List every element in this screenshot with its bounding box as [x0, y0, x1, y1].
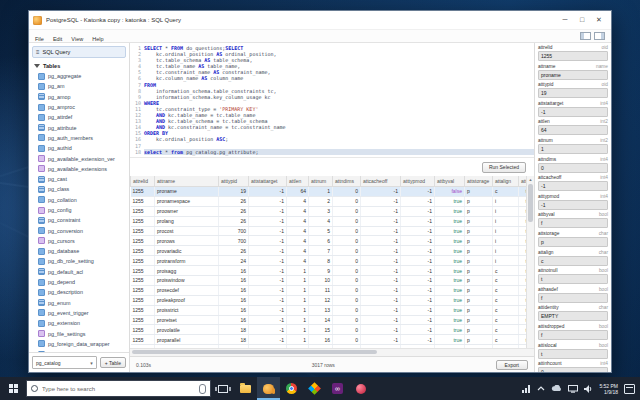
cell-attcacheoff[interactable]: -1: [361, 266, 401, 276]
sidebar-item-pg_constraint[interactable]: pg_constraint: [38, 215, 129, 225]
field-value-input[interactable]: -1: [538, 107, 608, 117]
cell-attrelid[interactable]: 1255: [131, 266, 155, 276]
sidebar-item-pg_depend[interactable]: pg_depend: [38, 277, 129, 287]
cell-attname[interactable]: provariadic: [155, 246, 219, 256]
photos-app-button[interactable]: [303, 377, 326, 400]
cell-attcacheoff[interactable]: -1: [361, 325, 401, 335]
field-value-input[interactable]: 0: [538, 163, 608, 173]
cell-attbyval[interactable]: true: [435, 226, 465, 236]
sidebar-item-pg_aggregate[interactable]: pg_aggregate: [38, 71, 129, 81]
cell-attnum[interactable]: 11: [309, 285, 333, 295]
field-value-input[interactable]: p: [538, 237, 608, 247]
toggle-left-panel-icon[interactable]: [580, 32, 591, 40]
cell-atttypid[interactable]: 24: [219, 256, 249, 266]
cell-attcacheoff[interactable]: -1: [361, 295, 401, 305]
cell-attlen[interactable]: 4: [287, 216, 309, 226]
sidebar-item-pg_description[interactable]: pg_description: [38, 287, 129, 297]
cell-atttypmod[interactable]: -1: [401, 187, 435, 197]
cell-attndims[interactable]: 0: [333, 246, 361, 256]
field-value-input[interactable]: c: [538, 256, 608, 266]
cell-attrelid[interactable]: 1255: [131, 236, 155, 246]
cell-attbyval[interactable]: true: [435, 295, 465, 305]
cell-attlen[interactable]: 4: [287, 246, 309, 256]
cell-atttypid[interactable]: 26: [219, 196, 249, 206]
cell-attalign[interactable]: c: [493, 335, 519, 345]
cell-attstorage[interactable]: p: [465, 226, 493, 236]
scrollbar-thumb[interactable]: [132, 350, 377, 354]
sidebar-item-pg_attribute[interactable]: pg_attribute: [38, 122, 129, 132]
cell-attalign[interactable]: c: [493, 295, 519, 305]
cell-attcacheoff[interactable]: -1: [361, 236, 401, 246]
field-value-input[interactable]: f: [538, 330, 608, 340]
cell-attbyval[interactable]: true: [435, 246, 465, 256]
cell-attndims[interactable]: 0: [333, 196, 361, 206]
cell-attnotnull[interactable]: true: [519, 196, 527, 206]
column-header-atttypid[interactable]: atttypid: [219, 176, 249, 187]
cell-attnotnull[interactable]: true: [519, 216, 527, 226]
display-icon[interactable]: [568, 385, 578, 393]
cell-attbyval[interactable]: true: [435, 276, 465, 286]
cell-attlen[interactable]: 1: [287, 295, 309, 305]
cell-attstattarget[interactable]: -1: [249, 285, 287, 295]
cell-attlen[interactable]: 1: [287, 325, 309, 335]
cell-attnum[interactable]: 5: [309, 226, 333, 236]
sidebar-item-pg_cursors[interactable]: pg_cursors: [38, 236, 129, 246]
cell-attstattarget[interactable]: -1: [249, 206, 287, 216]
cell-attrelid[interactable]: 1255: [131, 216, 155, 226]
cell-attname[interactable]: proleakproof: [155, 295, 219, 305]
cell-attnum[interactable]: 3: [309, 206, 333, 216]
results-grid[interactable]: attrelidattnameatttypidattstattargetattl…: [130, 176, 526, 348]
cell-attname[interactable]: proretset: [155, 315, 219, 325]
close-button[interactable]: ✕: [591, 13, 607, 27]
cell-attbyval[interactable]: true: [435, 325, 465, 335]
table-row[interactable]: 1255provariadic26-1470-1-1truepitrue: [131, 246, 527, 256]
cell-attalign[interactable]: c: [493, 266, 519, 276]
cell-attndims[interactable]: 0: [333, 187, 361, 197]
cell-attnotnull[interactable]: true: [519, 266, 527, 276]
cell-attname[interactable]: procost: [155, 226, 219, 236]
cell-attname[interactable]: proisagg: [155, 266, 219, 276]
menu-view[interactable]: View: [71, 36, 83, 42]
cell-attstattarget[interactable]: -1: [249, 295, 287, 305]
volume-icon[interactable]: [584, 385, 593, 393]
cell-attcacheoff[interactable]: -1: [361, 246, 401, 256]
cell-attname[interactable]: prosecdef: [155, 285, 219, 295]
cell-attstattarget[interactable]: -1: [249, 315, 287, 325]
sidebar-item-pg_conversion[interactable]: pg_conversion: [38, 225, 129, 235]
table-row[interactable]: 1255pronamespace26-1420-1-1truepitrue: [131, 196, 527, 206]
title-bar[interactable]: PostgreSQL - Katonka copy : katonka : SQ…: [29, 11, 611, 30]
cell-attlen[interactable]: 1: [287, 335, 309, 345]
cell-attnotnull[interactable]: true: [519, 246, 527, 256]
cell-atttypmod[interactable]: -1: [401, 246, 435, 256]
cell-attnum[interactable]: 7: [309, 246, 333, 256]
field-value-input[interactable]: 64: [538, 125, 608, 135]
table-row[interactable]: 1255proretset16-11140-1-1truepctrue: [131, 315, 527, 325]
column-header-attbyval[interactable]: attbyval: [435, 176, 465, 187]
cell-atttypmod[interactable]: -1: [401, 266, 435, 276]
cell-attname[interactable]: proname: [155, 187, 219, 197]
cell-attlen[interactable]: 4: [287, 206, 309, 216]
field-value-input[interactable]: f: [538, 218, 608, 228]
cell-attnum[interactable]: 1: [309, 187, 333, 197]
cell-attstorage[interactable]: p: [465, 216, 493, 226]
field-value-input[interactable]: 1: [538, 144, 608, 154]
cell-attalign[interactable]: i: [493, 196, 519, 206]
cell-attrelid[interactable]: 1255: [131, 285, 155, 295]
cell-atttypmod[interactable]: -1: [401, 256, 435, 266]
cell-attnum[interactable]: 14: [309, 315, 333, 325]
cell-attalign[interactable]: i: [493, 216, 519, 226]
cell-attbyval[interactable]: false: [435, 187, 465, 197]
cell-attndims[interactable]: 0: [333, 256, 361, 266]
cell-attname[interactable]: prorows: [155, 236, 219, 246]
cell-atttypid[interactable]: 700: [219, 236, 249, 246]
cell-attrelid[interactable]: 1255: [131, 335, 155, 345]
column-header-attstorage[interactable]: attstorage: [465, 176, 493, 187]
cell-attcacheoff[interactable]: -1: [361, 256, 401, 266]
cell-attbyval[interactable]: true: [435, 236, 465, 246]
cell-attname[interactable]: proowner: [155, 206, 219, 216]
column-header-atttypmod[interactable]: atttypmod: [401, 176, 435, 187]
cell-attnum[interactable]: 10: [309, 276, 333, 286]
cell-attndims[interactable]: 0: [333, 226, 361, 236]
cell-attnum[interactable]: 6: [309, 236, 333, 246]
sidebar-item-pg_authid[interactable]: pg_authid: [38, 143, 129, 153]
